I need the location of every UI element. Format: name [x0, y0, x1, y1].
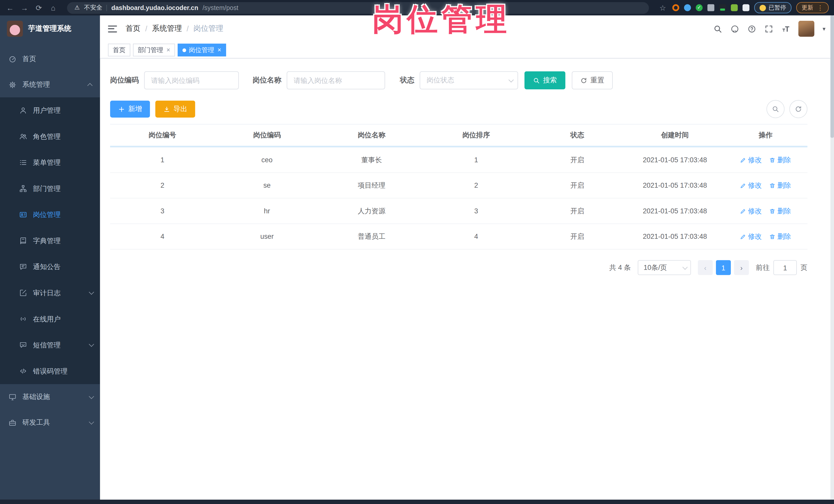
- refresh-table-button[interactable]: [789, 100, 807, 118]
- search-button[interactable]: 搜索: [524, 71, 566, 89]
- sidebar-item-label: 审计日志: [33, 288, 86, 298]
- extension-icon[interactable]: [684, 4, 691, 11]
- delete-link[interactable]: 删除: [769, 232, 791, 241]
- cell-name: 人力资源: [319, 206, 424, 216]
- chevron-down-icon: [682, 264, 688, 269]
- sidebar-item-错误码管理[interactable]: 错误码管理: [0, 358, 100, 385]
- extensions-puzzle-icon[interactable]: [743, 4, 749, 11]
- close-icon[interactable]: ×: [167, 46, 171, 54]
- paused-chip[interactable]: 已暂停: [754, 2, 791, 13]
- close-icon[interactable]: ×: [218, 46, 221, 54]
- app-logo-row[interactable]: 芋道管理系统: [0, 16, 100, 42]
- sidebar-item-用户管理[interactable]: 用户管理: [0, 97, 100, 124]
- edit-link[interactable]: 修改: [740, 155, 762, 165]
- refresh-icon: [795, 105, 802, 113]
- extension-icons: ✓: [672, 4, 749, 11]
- forward-icon[interactable]: →: [20, 3, 29, 12]
- tab-label: 部门管理: [138, 45, 163, 54]
- smiley-icon: [760, 5, 766, 11]
- sidebar-item-审计日志[interactable]: 审计日志: [0, 280, 100, 306]
- status-select[interactable]: 岗位状态: [420, 71, 518, 89]
- caret-down-icon[interactable]: ▾: [822, 25, 825, 32]
- extension-icon[interactable]: [707, 4, 715, 11]
- sidebar-item-菜单管理[interactable]: 菜单管理: [0, 149, 100, 176]
- chevron-down-icon: [89, 394, 94, 399]
- tab-部门管理[interactable]: 部门管理×: [133, 44, 175, 57]
- plus-icon: [118, 106, 125, 112]
- extension-icon[interactable]: ✓: [696, 4, 703, 11]
- column-header: 创建时间: [626, 130, 724, 140]
- table-row: 3hr人力资源3开启2021-01-05 17:03:48修改删除: [110, 198, 808, 224]
- tab-label: 首页: [113, 45, 126, 54]
- tab-label: 岗位管理: [189, 45, 214, 54]
- hamburger-icon[interactable]: [108, 25, 117, 32]
- sidebar-item-在线用户[interactable]: 在线用户: [0, 306, 100, 332]
- avatar[interactable]: [798, 21, 814, 37]
- sidebar-item-研发工具[interactable]: 研发工具: [0, 410, 100, 435]
- sidebar-item-基础设施[interactable]: 基础设施: [0, 384, 100, 410]
- goto-page-input[interactable]: [773, 260, 797, 275]
- extension-icon[interactable]: [719, 4, 726, 11]
- bookmark-star-icon[interactable]: ☆: [658, 3, 667, 12]
- chevron-down-icon: [89, 290, 94, 295]
- post-code-label: 岗位编码: [110, 75, 139, 85]
- font-size-icon[interactable]: [782, 24, 791, 33]
- sidebar-item-岗位管理[interactable]: 岗位管理: [0, 201, 100, 228]
- add-button[interactable]: 新增: [110, 101, 150, 117]
- scrollbar-thumb[interactable]: [830, 16, 834, 138]
- sidebar-item-首页[interactable]: 首页: [0, 46, 100, 72]
- page-size-select[interactable]: 10条/页: [638, 260, 691, 275]
- edit-link[interactable]: 修改: [740, 206, 762, 216]
- tab-岗位管理[interactable]: 岗位管理×: [178, 44, 226, 57]
- fullscreen-icon[interactable]: [765, 24, 774, 33]
- extension-icon[interactable]: [672, 4, 679, 11]
- sidebar-item-系统管理[interactable]: 系统管理: [0, 72, 100, 97]
- cell-created: 2021-01-05 17:03:48: [626, 207, 724, 215]
- home-icon[interactable]: ⌂: [48, 3, 58, 12]
- trash-icon: [769, 157, 776, 163]
- delete-link[interactable]: 删除: [769, 155, 791, 165]
- reload-icon[interactable]: ⟳: [34, 3, 44, 12]
- cell-actions: 修改删除: [724, 180, 807, 190]
- tab-首页[interactable]: 首页: [108, 44, 130, 57]
- browser-menu-icon[interactable]: ⋮: [817, 4, 824, 12]
- delete-link[interactable]: 删除: [769, 180, 791, 190]
- help-icon[interactable]: [747, 24, 756, 33]
- users-icon: [19, 132, 27, 140]
- pen-icon: [740, 157, 746, 163]
- post-name-input[interactable]: [287, 71, 385, 89]
- sidebar-item-角色管理[interactable]: 角色管理: [0, 124, 100, 150]
- sidebar-item-通知公告[interactable]: 通知公告: [0, 254, 100, 280]
- sidebar-item-部门管理[interactable]: 部门管理: [0, 176, 100, 202]
- post-code-input[interactable]: [144, 71, 239, 89]
- reset-button[interactable]: 重置: [572, 71, 613, 89]
- edit-link[interactable]: 修改: [740, 180, 762, 190]
- next-page-button[interactable]: ›: [734, 260, 749, 275]
- page-number-current[interactable]: 1: [716, 260, 731, 275]
- sidebar-item-短信管理[interactable]: 短信管理: [0, 332, 100, 358]
- search-icon[interactable]: [714, 24, 723, 33]
- cell-id: 4: [110, 233, 215, 241]
- security-label[interactable]: 不安全: [84, 4, 102, 12]
- prev-page-button[interactable]: ‹: [698, 260, 713, 275]
- sidebar-item-label: 菜单管理: [33, 158, 92, 167]
- back-icon[interactable]: ←: [5, 3, 15, 12]
- sidebar-item-字典管理[interactable]: 字典管理: [0, 228, 100, 254]
- book-icon: [19, 237, 27, 245]
- extension-icon[interactable]: [731, 4, 738, 11]
- pen-icon: [740, 182, 746, 189]
- delete-link[interactable]: 删除: [769, 206, 791, 216]
- update-button[interactable]: 更新 ⋮: [796, 2, 829, 13]
- cell-id: 3: [110, 207, 215, 215]
- address-bar[interactable]: ⚠ 不安全 dashboard.yudao.iocoder.cn /system…: [67, 2, 649, 14]
- toggle-search-button[interactable]: [767, 100, 785, 118]
- delete-link-label: 删除: [777, 180, 791, 190]
- export-button[interactable]: 导出: [155, 101, 195, 117]
- edit-link[interactable]: 修改: [740, 232, 762, 241]
- breadcrumb-item[interactable]: 系统管理: [152, 24, 182, 34]
- sidebar-item-label: 基础设施: [22, 392, 86, 401]
- github-icon[interactable]: [730, 24, 740, 33]
- breadcrumb-item[interactable]: 首页: [126, 24, 140, 34]
- edit-link-label: 修改: [748, 180, 762, 190]
- scrollbar[interactable]: [830, 16, 834, 500]
